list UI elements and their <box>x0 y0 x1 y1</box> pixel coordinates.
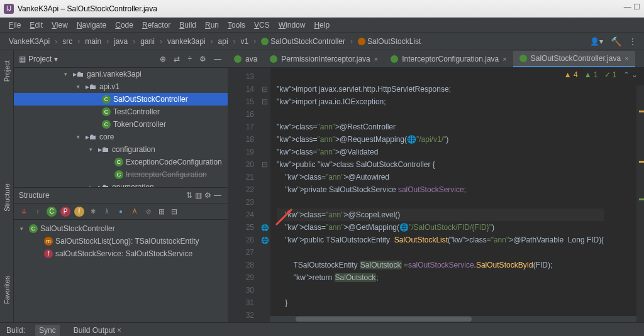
editor-tab[interactable]: PermissionInterceptor.java× <box>264 51 384 67</box>
menu-code[interactable]: Code <box>111 19 137 31</box>
menu-view[interactable]: View <box>48 19 72 31</box>
structure-item[interactable]: ▾C SalOutStockController <box>14 222 228 235</box>
tree-item[interactable]: C TokenController <box>14 118 228 131</box>
structure-title: Structure <box>19 191 50 200</box>
breadcrumb-item[interactable]: vankek3api <box>165 37 216 46</box>
favorites-tool-tab[interactable]: Favorites <box>2 272 12 308</box>
window-controls[interactable]: — ☐ <box>624 3 640 11</box>
error-stripe[interactable] <box>636 85 644 322</box>
editor-tab[interactable]: InterceptorConfiguration.java× <box>384 51 513 67</box>
app-icon: IJ <box>4 4 14 14</box>
menu-help[interactable]: Help <box>310 19 333 31</box>
menu-window[interactable]: Window <box>275 19 309 31</box>
struct-filter-icon[interactable]: ▥ <box>194 190 203 201</box>
menu-refactor[interactable]: Refactor <box>138 19 174 31</box>
horizontal-scrollbar[interactable] <box>270 316 638 322</box>
collapse-icon[interactable]: ÷ <box>186 53 193 65</box>
tree-item[interactable]: ▾▸🖿 core <box>14 131 228 143</box>
struct-settings-icon[interactable]: ⚙ <box>203 190 213 201</box>
project-header: ▦ Project ▾ ⊕ ⇄ ÷ ⚙ — <box>14 50 228 68</box>
tree-item[interactable]: C TestController <box>14 106 228 118</box>
breadcrumb-item[interactable]: src <box>60 37 82 46</box>
menu-vcs[interactable]: VCS <box>250 19 274 31</box>
breadcrumb-item[interactable]: SalOutStockController <box>258 37 355 46</box>
line-gutter[interactable]: 1314151617181920212223242526272829303132 <box>228 68 259 322</box>
structure-item[interactable]: m SalOutStockList(Long): TSalOutstockEnt… <box>14 235 228 247</box>
tree-item[interactable]: C ExceptionCodeConfiguration <box>14 156 228 168</box>
build-label: Build: <box>6 326 25 335</box>
structure-tree[interactable]: ▾C SalOutStockControllerm SalOutStockLis… <box>14 220 228 263</box>
structure-toolbar[interactable]: ⇊ ↕ C P f ✱ λ ● A ⊘ ⊞ ⊟ <box>14 203 228 220</box>
tree-item[interactable]: ▾▸🖿 configuration <box>14 143 228 156</box>
title-file: SalOutStockController.java <box>67 4 157 13</box>
settings-icon[interactable]: ⚙ <box>198 53 208 65</box>
editor-tab[interactable]: SalOutStockController.java× <box>513 51 635 67</box>
menu-edit[interactable]: Edit <box>26 19 47 31</box>
tree-item[interactable]: ▸▸🖿 enumeration <box>14 181 228 187</box>
structure-item[interactable]: f salOutStockService: SalOutStockService <box>14 247 228 260</box>
tree-item[interactable]: ▾▸🖿 api.v1 <box>14 80 228 93</box>
menu-build[interactable]: Build <box>175 19 200 31</box>
main-menu[interactable]: FileEditViewNavigateCodeRefactorBuildRun… <box>0 18 644 33</box>
menu-tools[interactable]: Tools <box>224 19 249 31</box>
run-config[interactable]: ⋮ <box>628 36 638 47</box>
breadcrumb-item[interactable]: api <box>216 37 238 46</box>
struct-sort-icon[interactable]: ⇅ <box>185 190 194 201</box>
breadcrumb-item[interactable]: gani <box>138 37 165 46</box>
struct-hide-icon[interactable]: — <box>213 190 223 201</box>
gutter-icons[interactable]: ⊟⊟⊟🌐🌐 <box>259 68 270 322</box>
breadcrumb-item[interactable]: VankeK3Api <box>6 37 60 46</box>
project-tree[interactable]: ▾▸🖿 gani.vankek3api▾▸🖿 api.v1C SalOutSto… <box>14 68 228 187</box>
left-panel: ▦ Project ▾ ⊕ ⇄ ÷ ⚙ — ▾▸🖿 gani.vankek3ap… <box>14 50 228 322</box>
code-lines[interactable]: "kw">import javax.servlet.http.HttpServl… <box>270 68 604 322</box>
editor-tabs[interactable]: avaPermissionInterceptor.java×Intercepto… <box>228 50 644 68</box>
select-opened-icon[interactable]: ⊕ <box>158 53 167 65</box>
structure-tool-tab[interactable]: Structure <box>2 180 12 215</box>
tree-item[interactable]: C InterceptorConfiguration <box>14 168 228 181</box>
build-toolwindow-header[interactable]: Build: Sync Build Output × <box>0 322 644 336</box>
code-area[interactable]: 1314151617181920212223242526272829303132… <box>228 68 644 322</box>
tree-item[interactable]: C SalOutStockController <box>14 93 228 106</box>
structure-header: Structure ⇅ ▥ ⚙ — <box>14 187 228 203</box>
menu-run[interactable]: Run <box>201 19 223 31</box>
hide-icon[interactable]: — <box>213 53 223 65</box>
breadcrumb-item[interactable]: v1 <box>238 37 259 46</box>
left-tool-stripe[interactable]: Project Structure Favorites <box>0 50 14 322</box>
editor-tab[interactable]: ava <box>228 51 264 67</box>
user-icon[interactable]: 👤▾ <box>589 36 604 47</box>
breadcrumb-item[interactable]: java <box>111 37 138 46</box>
project-title: Project <box>28 55 52 63</box>
project-tool-tab[interactable]: Project <box>2 57 12 85</box>
breadcrumb-item[interactable]: SalOutStockList <box>355 37 423 46</box>
title-project: VankeK3Api <box>18 4 58 13</box>
window-titlebar: IJ VankeK3Api – SalOutStockController.ja… <box>0 0 644 18</box>
breadcrumb-item[interactable]: main <box>82 37 111 46</box>
build-icon[interactable]: 🔨 <box>611 36 621 46</box>
build-output-tab[interactable]: Build Output × <box>70 325 125 336</box>
menu-file[interactable]: File <box>5 19 25 31</box>
sync-tab[interactable]: Sync <box>35 325 60 336</box>
menu-navigate[interactable]: Navigate <box>73 19 110 31</box>
editor: avaPermissionInterceptor.java×Intercepto… <box>228 50 644 322</box>
navigation-bar[interactable]: VankeK3Apisrcmainjavaganivankek3apiapiv1… <box>0 33 644 50</box>
struct-collapse-icon[interactable]: ⊟ <box>170 206 179 217</box>
struct-expand-icon[interactable]: ⊞ <box>157 206 166 217</box>
expand-icon[interactable]: ⇄ <box>172 53 181 65</box>
tree-item[interactable]: ▾▸🖿 gani.vankek3api <box>14 68 228 80</box>
inspection-widget[interactable]: ▲ 4 ▲ 1 ✓ 1 ⌃ ⌄ <box>564 70 638 79</box>
